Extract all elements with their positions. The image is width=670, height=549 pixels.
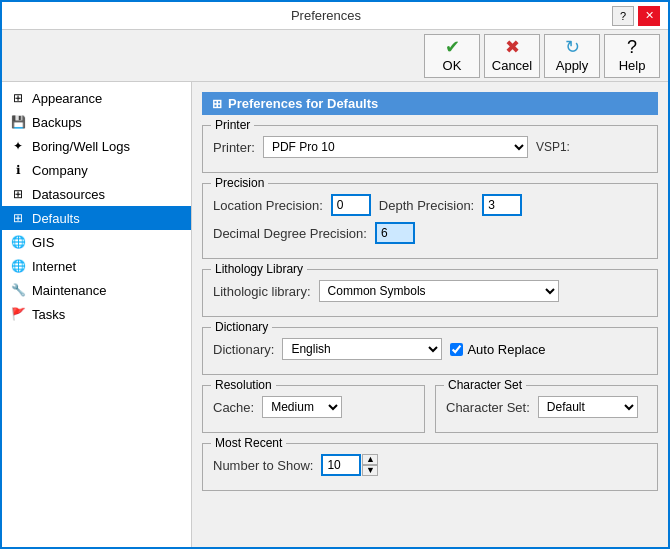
printer-select[interactable]: PDF Pro 10 <box>263 136 528 158</box>
spinner-wrap: 10 ▲ ▼ <box>321 454 378 476</box>
decimal-precision-label: Decimal Degree Precision: <box>213 226 367 241</box>
cancel-label: Cancel <box>492 58 532 73</box>
main-panel: ⊞ Preferences for Defaults Printer Print… <box>192 82 668 547</box>
most-recent-row: Number to Show: 10 ▲ ▼ <box>213 454 647 476</box>
help-icon: ? <box>627 38 637 56</box>
spinner-down-button[interactable]: ▼ <box>362 465 378 476</box>
charset-label: Character Set: <box>446 400 530 415</box>
sidebar-item-maintenance[interactable]: 🔧 Maintenance <box>2 278 191 302</box>
company-icon: ℹ <box>10 162 26 178</box>
printer-label: Printer: <box>213 140 255 155</box>
auto-replace-checkbox[interactable] <box>450 343 463 356</box>
cache-select[interactable]: Medium Low High <box>262 396 342 418</box>
ok-button[interactable]: ✔ OK <box>424 34 480 78</box>
sidebar-label-datasources: Datasources <box>32 187 105 202</box>
printer-section-label: Printer <box>211 118 254 132</box>
resolution-charset-row: Resolution Cache: Medium Low High <box>202 385 658 443</box>
defaults-icon: ⊞ <box>10 210 26 226</box>
sidebar-label-internet: Internet <box>32 259 76 274</box>
spinner-up-button[interactable]: ▲ <box>362 454 378 465</box>
sidebar-item-backups[interactable]: 💾 Backups <box>2 110 191 134</box>
dictionary-row: Dictionary: English Auto Replace <box>213 338 647 360</box>
most-recent-section: Most Recent Number to Show: 10 ▲ ▼ <box>202 443 658 491</box>
sidebar: ⊞ Appearance 💾 Backups ✦ Boring/Well Log… <box>2 82 192 547</box>
panel-title-text: Preferences for Defaults <box>228 96 378 111</box>
dictionary-section-body: Dictionary: English Auto Replace <box>203 334 657 374</box>
window-title: Preferences <box>40 8 612 23</box>
depth-precision-label: Depth Precision: <box>379 198 474 213</box>
precision-section-body: Location Precision: 0 Depth Precision: 3… <box>203 190 657 258</box>
internet-icon: 🌐 <box>10 258 26 274</box>
most-recent-section-body: Number to Show: 10 ▲ ▼ <box>203 450 657 490</box>
sidebar-label-boring: Boring/Well Logs <box>32 139 130 154</box>
content-area: ⊞ Appearance 💾 Backups ✦ Boring/Well Log… <box>2 82 668 547</box>
sidebar-item-appearance[interactable]: ⊞ Appearance <box>2 86 191 110</box>
sidebar-label-tasks: Tasks <box>32 307 65 322</box>
printer-section-body: Printer: PDF Pro 10 VSP1: <box>203 132 657 172</box>
help-button[interactable]: ? Help <box>604 34 660 78</box>
dict-label: Dictionary: <box>213 342 274 357</box>
charset-section-label: Character Set <box>444 378 526 392</box>
precision-section: Precision Location Precision: 0 Depth Pr… <box>202 183 658 259</box>
vsp-label: VSP1: <box>536 140 570 154</box>
lithology-row: Lithologic library: Common Symbols <box>213 280 647 302</box>
cancel-icon: ✖ <box>505 38 520 56</box>
location-precision-label: Location Precision: <box>213 198 323 213</box>
charset-select[interactable]: Default Unicode Latin-1 <box>538 396 638 418</box>
resolution-section: Resolution Cache: Medium Low High <box>202 385 425 433</box>
depth-precision-input[interactable]: 3 <box>482 194 522 216</box>
cancel-button[interactable]: ✖ Cancel <box>484 34 540 78</box>
cache-row: Cache: Medium Low High <box>213 396 414 418</box>
boring-icon: ✦ <box>10 138 26 154</box>
precision-section-label: Precision <box>211 176 268 190</box>
resolution-section-body: Cache: Medium Low High <box>203 392 424 432</box>
resolution-section-label: Resolution <box>211 378 276 392</box>
lithology-section: Lithology Library Lithologic library: Co… <box>202 269 658 317</box>
sidebar-item-defaults[interactable]: ⊞ Defaults <box>2 206 191 230</box>
sidebar-item-internet[interactable]: 🌐 Internet <box>2 254 191 278</box>
sidebar-label-company: Company <box>32 163 88 178</box>
precision-row1: Location Precision: 0 Depth Precision: 3 <box>213 194 647 216</box>
maintenance-icon: 🔧 <box>10 282 26 298</box>
dictionary-section: Dictionary Dictionary: English Auto Repl… <box>202 327 658 375</box>
gis-icon: 🌐 <box>10 234 26 250</box>
cache-label: Cache: <box>213 400 254 415</box>
toolbar: ✔ OK ✖ Cancel ↻ Apply ? Help <box>2 30 668 82</box>
dictionary-section-label: Dictionary <box>211 320 272 334</box>
auto-replace-row[interactable]: Auto Replace <box>450 342 545 357</box>
precision-row2: Decimal Degree Precision: 6 <box>213 222 647 244</box>
charset-section-body: Character Set: Default Unicode Latin-1 <box>436 392 657 432</box>
sidebar-item-boring[interactable]: ✦ Boring/Well Logs <box>2 134 191 158</box>
sidebar-item-gis[interactable]: 🌐 GIS <box>2 230 191 254</box>
spinner-buttons: ▲ ▼ <box>362 454 378 476</box>
close-button[interactable]: ✕ <box>638 6 660 26</box>
charset-row: Character Set: Default Unicode Latin-1 <box>446 396 647 418</box>
printer-row: Printer: PDF Pro 10 VSP1: <box>213 136 647 158</box>
sidebar-label-defaults: Defaults <box>32 211 80 226</box>
lithology-select[interactable]: Common Symbols <box>319 280 559 302</box>
ok-icon: ✔ <box>445 38 460 56</box>
appearance-icon: ⊞ <box>10 90 26 106</box>
sidebar-item-tasks[interactable]: 🚩 Tasks <box>2 302 191 326</box>
printer-section: Printer Printer: PDF Pro 10 VSP1: <box>202 125 658 173</box>
dictionary-select[interactable]: English <box>282 338 442 360</box>
apply-icon: ↻ <box>565 38 580 56</box>
apply-button[interactable]: ↻ Apply <box>544 34 600 78</box>
lithology-section-body: Lithologic library: Common Symbols <box>203 276 657 316</box>
sidebar-label-backups: Backups <box>32 115 82 130</box>
sidebar-label-appearance: Appearance <box>32 91 102 106</box>
most-recent-section-label: Most Recent <box>211 436 286 450</box>
charset-section: Character Set Character Set: Default Uni… <box>435 385 658 433</box>
panel-title-icon: ⊞ <box>212 97 222 111</box>
decimal-precision-input[interactable]: 6 <box>375 222 415 244</box>
help-title-button[interactable]: ? <box>612 6 634 26</box>
ok-label: OK <box>443 58 462 73</box>
backups-icon: 💾 <box>10 114 26 130</box>
sidebar-label-gis: GIS <box>32 235 54 250</box>
main-window: Preferences ? ✕ ✔ OK ✖ Cancel ↻ Apply ? … <box>0 0 670 549</box>
sidebar-item-datasources[interactable]: ⊞ Datasources <box>2 182 191 206</box>
apply-label: Apply <box>556 58 589 73</box>
sidebar-item-company[interactable]: ℹ Company <box>2 158 191 182</box>
location-precision-input[interactable]: 0 <box>331 194 371 216</box>
num-show-input[interactable]: 10 <box>321 454 361 476</box>
